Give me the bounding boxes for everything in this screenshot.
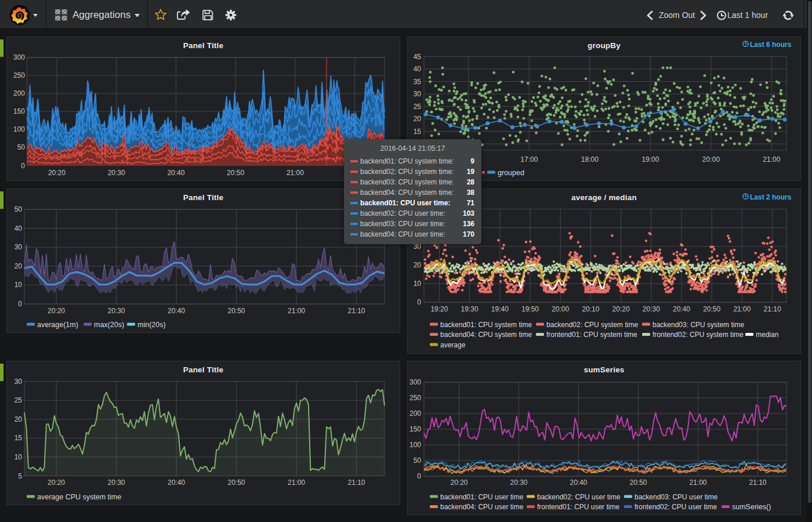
svg-text:frontend02: CPU system time: frontend02: CPU system time [652, 331, 744, 339]
svg-text:150: 150 [13, 107, 25, 115]
svg-text:21:00: 21:00 [288, 478, 305, 487]
svg-text:20: 20 [414, 261, 422, 269]
svg-text:20:40: 20:40 [673, 305, 690, 313]
svg-text:30: 30 [414, 90, 422, 98]
svg-text:300: 300 [409, 378, 421, 386]
svg-text:50: 50 [17, 143, 26, 151]
svg-text:17:00: 17:00 [520, 155, 538, 164]
svg-text:15: 15 [14, 434, 23, 442]
svg-text:average CPU system time: average CPU system time [37, 493, 121, 501]
svg-text:backend03: CPU system time: backend03: CPU system time [652, 321, 744, 329]
svg-text:100: 100 [13, 125, 25, 133]
svg-text:50: 50 [14, 205, 23, 213]
svg-text:backend03: CPU user time: backend03: CPU user time [635, 493, 718, 501]
svg-text:19:50: 19:50 [521, 305, 539, 313]
svg-text:21:00: 21:00 [763, 155, 780, 164]
svg-text:20:50: 20:50 [227, 478, 245, 487]
svg-text:20:50: 20:50 [227, 169, 244, 177]
svg-text:19:30: 19:30 [461, 305, 478, 313]
svg-text:10: 10 [14, 453, 23, 461]
svg-text:backend04: CPU system time: backend04: CPU system time [440, 331, 532, 339]
svg-text:20:20: 20:20 [48, 307, 65, 315]
svg-text:20:40: 20:40 [570, 478, 587, 487]
svg-text:5: 5 [18, 472, 22, 480]
svg-text:21:10: 21:10 [749, 478, 766, 487]
svg-text:10: 10 [414, 280, 422, 288]
svg-text:20: 20 [414, 115, 422, 123]
svg-text:20:20: 20:20 [48, 478, 65, 487]
svg-text:250: 250 [13, 71, 25, 79]
svg-text:frontend02: CPU user time: frontend02: CPU user time [635, 503, 717, 511]
svg-text:21:00: 21:00 [288, 307, 305, 315]
svg-text:40: 40 [414, 65, 422, 73]
svg-text:20:40: 20:40 [168, 307, 185, 315]
svg-text:20: 20 [14, 415, 23, 423]
svg-text:backend01: CPU system time: backend01: CPU system time [440, 321, 532, 329]
svg-text:20:40: 20:40 [167, 169, 184, 177]
svg-text:backend02: CPU system time: backend02: CPU system time [546, 321, 638, 329]
svg-text:backend02: CPU user time: backend02: CPU user time [537, 493, 621, 501]
svg-text:min(20s): min(20s) [137, 321, 166, 329]
svg-text:35: 35 [414, 78, 422, 86]
svg-text:21:10: 21:10 [764, 305, 781, 313]
svg-text:200: 200 [409, 409, 421, 418]
svg-text:19:20: 19:20 [430, 305, 448, 313]
svg-text:backend01: CPU user time: backend01: CPU user time [440, 493, 524, 501]
svg-text:20:20: 20:20 [612, 305, 630, 313]
svg-text:20:50: 20:50 [227, 307, 245, 315]
svg-text:backend04: CPU user time: backend04: CPU user time [440, 503, 524, 511]
svg-text:150: 150 [409, 425, 421, 433]
svg-text:30: 30 [14, 378, 23, 386]
svg-text:20:00: 20:00 [552, 305, 569, 313]
svg-text:max(20s): max(20s) [94, 321, 124, 329]
svg-text:20:50: 20:50 [703, 305, 720, 313]
svg-text:21:00: 21:00 [287, 169, 304, 177]
svg-text:21:00: 21:00 [733, 305, 751, 313]
svg-text:40: 40 [14, 224, 23, 233]
svg-text:10: 10 [14, 281, 23, 289]
svg-text:20:10: 20:10 [582, 305, 599, 313]
svg-text:25: 25 [414, 103, 422, 111]
svg-text:300: 300 [13, 53, 25, 61]
svg-text:median: median [756, 331, 778, 339]
svg-text:45: 45 [414, 53, 422, 61]
svg-text:20: 20 [14, 262, 23, 270]
svg-text:frontend01: CPU user time: frontend01: CPU user time [537, 503, 619, 511]
svg-text:20:00: 20:00 [702, 155, 720, 164]
svg-text:20:40: 20:40 [168, 478, 185, 487]
svg-text:0: 0 [417, 298, 421, 306]
svg-text:250: 250 [409, 394, 421, 402]
svg-text:average: average [440, 341, 466, 349]
svg-text:20:30: 20:30 [107, 478, 125, 487]
svg-text:200: 200 [13, 89, 25, 97]
svg-text:20:20: 20:20 [48, 169, 66, 177]
svg-text:0: 0 [417, 472, 421, 480]
svg-text:19:40: 19:40 [491, 305, 509, 313]
svg-text:20:20: 20:20 [450, 478, 467, 487]
svg-text:18:00: 18:00 [581, 155, 599, 164]
svg-text:0: 0 [21, 162, 25, 170]
svg-text:21:10: 21:10 [347, 307, 365, 315]
svg-text:20:30: 20:30 [643, 305, 660, 313]
svg-text:20:30: 20:30 [108, 169, 125, 177]
svg-text:grouped: grouped [498, 169, 524, 177]
svg-text:frontend01: CPU system time: frontend01: CPU system time [546, 331, 637, 339]
svg-text:20:30: 20:30 [510, 478, 527, 487]
svg-text:21:00: 21:00 [689, 478, 706, 487]
svg-text:50: 50 [414, 456, 422, 465]
svg-text:15: 15 [414, 128, 422, 136]
svg-text:0: 0 [18, 300, 22, 308]
svg-text:20:50: 20:50 [629, 478, 647, 487]
svg-text:21:10: 21:10 [347, 478, 365, 487]
svg-text:sumSeries(): sumSeries() [732, 503, 771, 511]
svg-text:25: 25 [14, 396, 23, 404]
svg-text:19:00: 19:00 [641, 155, 659, 164]
svg-text:average(1m): average(1m) [37, 321, 78, 329]
svg-text:20:30: 20:30 [107, 307, 125, 315]
svg-text:100: 100 [409, 441, 421, 449]
svg-text:30: 30 [14, 243, 23, 251]
